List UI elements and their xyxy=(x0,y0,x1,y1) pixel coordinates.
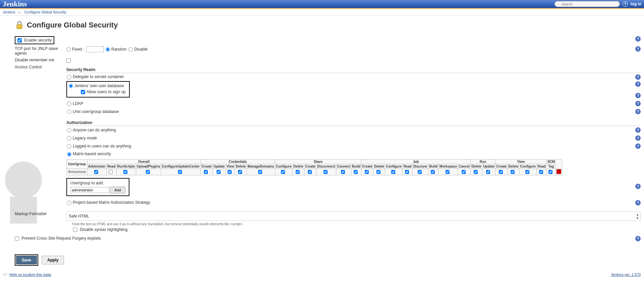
perm-cell[interactable] xyxy=(471,169,482,175)
perm-checkbox[interactable] xyxy=(511,170,515,174)
realm-own-db[interactable]: Jenkins' own user database xyxy=(69,83,124,88)
allow-signup-checkbox[interactable] xyxy=(81,90,85,94)
perm-checkbox[interactable] xyxy=(365,170,369,174)
perm-cell[interactable] xyxy=(438,169,458,175)
perm-checkbox[interactable] xyxy=(341,170,345,174)
perm-cell[interactable] xyxy=(226,169,235,175)
help-icon[interactable]: ? xyxy=(635,135,641,141)
perm-checkbox[interactable] xyxy=(405,170,409,174)
authz-logged-in[interactable]: Logged-in users can do anything xyxy=(67,144,131,148)
fixed-radio[interactable] xyxy=(66,47,71,52)
perm-cell[interactable] xyxy=(546,169,555,175)
breadcrumb-root[interactable]: Jenkins xyxy=(3,10,15,14)
perm-checkbox[interactable] xyxy=(462,170,466,174)
enable-security-label[interactable]: Enable security xyxy=(17,38,52,43)
add-button[interactable]: Add xyxy=(110,187,125,193)
fixed-option[interactable]: Fixed : xyxy=(66,47,84,52)
perm-cell[interactable] xyxy=(161,169,200,175)
fixed-port-input[interactable] xyxy=(86,46,104,52)
help-icon[interactable]: ? xyxy=(635,236,641,241)
perm-cell[interactable] xyxy=(336,169,351,175)
perm-cell[interactable] xyxy=(508,169,519,175)
perm-checkbox[interactable] xyxy=(258,170,262,174)
perm-checkbox[interactable] xyxy=(486,170,490,174)
csrf-checkbox[interactable] xyxy=(15,236,19,241)
help-icon[interactable]: ? xyxy=(635,109,641,114)
perm-cell[interactable] xyxy=(495,169,508,175)
perm-cell[interactable] xyxy=(213,169,226,175)
perm-cell[interactable] xyxy=(403,169,412,175)
enable-security-checkbox[interactable] xyxy=(17,38,22,43)
apply-button[interactable]: Apply xyxy=(42,256,64,264)
csrf-option[interactable]: Prevent Cross Site Request Forgery explo… xyxy=(15,236,101,241)
perm-cell[interactable] xyxy=(87,169,106,175)
remember-me-checkbox[interactable] xyxy=(66,58,71,63)
perm-checkbox[interactable] xyxy=(418,170,422,174)
help-icon[interactable]: ? xyxy=(635,101,641,106)
disable-syntax-option[interactable]: Disable syntax highlighting xyxy=(73,227,127,232)
perm-cell[interactable] xyxy=(136,169,161,175)
perm-checkbox[interactable] xyxy=(391,170,395,174)
disable-radio[interactable] xyxy=(128,47,133,52)
perm-checkbox[interactable] xyxy=(238,170,242,174)
save-button[interactable]: Save xyxy=(16,256,37,264)
random-radio[interactable] xyxy=(106,47,110,52)
perm-cell[interactable] xyxy=(519,169,537,175)
authz-anyone[interactable]: Anyone can do anything xyxy=(67,128,116,132)
authz-legacy[interactable]: Legacy mode xyxy=(67,136,97,140)
perm-checkbox[interactable] xyxy=(474,170,478,174)
perm-cell[interactable] xyxy=(316,169,336,175)
perm-cell[interactable] xyxy=(247,169,275,175)
realm-delegate[interactable]: Delegate to servlet container xyxy=(67,74,124,79)
localize-link[interactable]: Help us localize this page xyxy=(9,272,51,277)
help-icon[interactable]: ? xyxy=(635,200,641,205)
stop-icon[interactable] xyxy=(557,169,561,174)
perm-cell[interactable] xyxy=(373,169,385,175)
random-option[interactable]: Random xyxy=(106,47,126,52)
login-link[interactable]: log in xyxy=(631,2,641,6)
perm-cell[interactable] xyxy=(351,169,361,175)
perm-cell[interactable] xyxy=(107,169,116,175)
perm-checkbox[interactable] xyxy=(178,170,182,174)
perm-checkbox[interactable] xyxy=(376,170,380,174)
allow-signup-option[interactable]: Allow users to sign up xyxy=(81,89,126,94)
perm-cell[interactable] xyxy=(412,169,428,175)
add-user-input[interactable] xyxy=(70,187,109,193)
perm-checkbox[interactable] xyxy=(499,170,503,174)
help-icon[interactable]: ? xyxy=(635,46,641,52)
authz-matrix[interactable]: Matrix-based security xyxy=(67,151,111,156)
perm-checkbox[interactable] xyxy=(123,170,127,174)
perm-checkbox[interactable] xyxy=(446,170,450,174)
perm-cell[interactable] xyxy=(275,169,292,175)
perm-checkbox[interactable] xyxy=(324,170,328,174)
perm-cell[interactable] xyxy=(482,169,495,175)
help-icon[interactable]: ? xyxy=(635,143,641,149)
perm-cell[interactable] xyxy=(200,169,213,175)
delete-row-cell[interactable] xyxy=(556,169,562,175)
perm-checkbox[interactable] xyxy=(548,170,552,174)
help-icon[interactable]: ? xyxy=(635,81,641,87)
help-icon[interactable]: ? xyxy=(635,36,641,42)
search-input[interactable] xyxy=(554,1,620,7)
help-icon[interactable]: ? xyxy=(635,74,641,80)
perm-cell[interactable] xyxy=(235,169,247,175)
breadcrumb-current[interactable]: Configure Global Security xyxy=(24,10,66,14)
perm-checkbox[interactable] xyxy=(217,170,221,174)
perm-checkbox[interactable] xyxy=(228,170,232,174)
perm-cell[interactable] xyxy=(385,169,403,175)
perm-checkbox[interactable] xyxy=(204,170,208,174)
help-icon[interactable]: ? xyxy=(635,127,641,133)
perm-cell[interactable] xyxy=(293,169,304,175)
perm-checkbox[interactable] xyxy=(354,170,358,174)
perm-cell[interactable] xyxy=(428,169,438,175)
perm-cell[interactable] xyxy=(537,169,546,175)
perm-checkbox[interactable] xyxy=(94,170,98,174)
perm-checkbox[interactable] xyxy=(109,170,113,174)
authz-project-matrix[interactable]: Project-based Matrix Authorization Strat… xyxy=(67,200,150,205)
perm-cell[interactable] xyxy=(116,169,136,175)
jenkins-logo[interactable]: Jenkins xyxy=(3,0,27,8)
realm-ldap[interactable]: LDAP xyxy=(67,101,83,106)
help-icon[interactable]: ? xyxy=(635,184,641,189)
header-help-icon[interactable]: ? xyxy=(623,1,628,7)
perm-checkbox[interactable] xyxy=(431,170,435,174)
